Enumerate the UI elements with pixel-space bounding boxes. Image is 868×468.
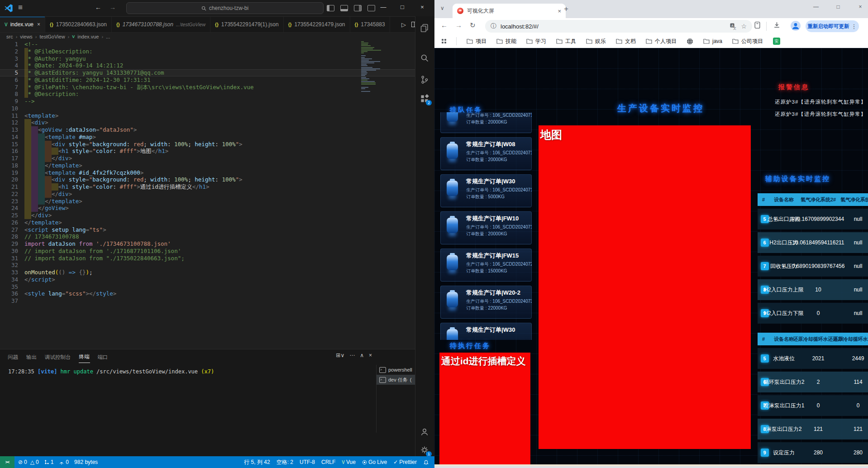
terminal-output[interactable]: 17:28:35 [vite] hmr update /src/views/te… xyxy=(8,368,214,375)
sb-go-live[interactable]: Go Live xyxy=(362,459,387,465)
bookmark-技能[interactable]: 技能 xyxy=(496,38,516,45)
minimap-line xyxy=(361,78,369,79)
bookmark-shield[interactable]: 安 xyxy=(773,38,780,45)
bookmarks-divider xyxy=(456,37,457,45)
new-tab-icon[interactable]: + xyxy=(564,5,568,14)
browser-menu-icon[interactable]: ⋮ xyxy=(851,23,857,30)
panel-tab[interactable]: 终端 xyxy=(79,350,90,363)
value-cell: null xyxy=(838,287,868,293)
panel-tab[interactable]: 输出 xyxy=(26,351,37,363)
sb-cursor-position[interactable]: 行 5, 列 42 xyxy=(244,458,270,466)
indent-guide xyxy=(38,162,42,169)
editor-tab[interactable]: Vindex.vue× xyxy=(0,17,45,32)
sb-eol[interactable]: CRLF xyxy=(321,459,335,465)
download-icon[interactable] xyxy=(773,21,781,29)
vscode-close-icon[interactable]: × xyxy=(415,4,429,10)
minimap[interactable] xyxy=(361,41,409,94)
editor-tab[interactable]: {}1735542291479(1).json xyxy=(210,17,284,32)
remote-indicator[interactable]: >< xyxy=(0,456,14,468)
panel-maximize-icon[interactable]: ∧ xyxy=(360,352,364,358)
problems-indicator[interactable]: ⊘0 △0 xyxy=(18,459,39,465)
sb-encoding[interactable]: UTF-8 xyxy=(300,459,315,465)
panel-close-icon[interactable]: × xyxy=(369,352,372,358)
profile-avatar[interactable] xyxy=(790,20,801,31)
panel-more-icon[interactable]: ⋯ xyxy=(349,352,355,358)
translate-icon[interactable]: A文 xyxy=(730,23,737,30)
editor-tab[interactable]: {}1735022840663.json xyxy=(45,17,112,32)
breadcrumb-item[interactable]: src xyxy=(6,34,13,39)
address-bar[interactable]: ⓘ localhost:82/#/ A文 ☆ xyxy=(485,20,752,33)
nav-forward-icon[interactable]: → xyxy=(110,4,116,11)
terminal-session[interactable]: >powershell xyxy=(377,365,415,375)
code-editor[interactable]: 1<!--2* @FileDescription:3* @Author: yan… xyxy=(0,40,415,349)
settings-gear-icon[interactable]: 1 xyxy=(420,445,429,454)
minimap-line xyxy=(361,51,367,52)
update-browser-button[interactable]: 重新启动即可更新 ⋮ xyxy=(806,20,859,32)
browser-maximize-icon[interactable]: □ xyxy=(831,4,845,10)
bookmark-项目[interactable]: 项目 xyxy=(467,38,486,45)
browser-forward-icon[interactable]: → xyxy=(455,21,462,29)
terminal-session[interactable]: >dev 任务( xyxy=(377,375,415,385)
bookmark-star-icon[interactable]: ☆ xyxy=(741,23,747,30)
bookmark-文档[interactable]: 文档 xyxy=(616,38,636,45)
browser-close-icon[interactable]: × xyxy=(854,4,867,10)
command-center-search[interactable]: chenzhou-tzw-bi xyxy=(126,2,324,14)
code-token: : xyxy=(127,176,134,183)
explorer-icon[interactable] xyxy=(420,24,429,33)
sb-label: 行 5, 列 42 xyxy=(244,458,270,466)
bookmark-个人项目[interactable]: 个人项目 xyxy=(646,38,677,45)
sb-language-mode[interactable]: VVue xyxy=(342,459,356,465)
vscode-minimize-icon[interactable]: — xyxy=(377,4,390,10)
account-icon[interactable] xyxy=(420,427,429,436)
bookmark-公司项目[interactable]: 公司项目 xyxy=(732,38,763,45)
panel-tab[interactable]: 调试控制台 xyxy=(44,351,72,363)
split-terminal-icon[interactable]: ⊞∨ xyxy=(336,352,344,358)
tab-close-icon[interactable]: × xyxy=(558,8,561,14)
indent-guide xyxy=(24,183,28,191)
tab-close-icon[interactable]: × xyxy=(37,21,40,28)
sb-prettier[interactable]: ✓Prettier xyxy=(393,459,417,465)
breadcrumb-item[interactable]: index.vue xyxy=(77,34,99,39)
run-button[interactable]: ▷ xyxy=(401,21,406,28)
toggle-panel-icon[interactable] xyxy=(340,5,348,11)
sb-indentation[interactable]: 空格: 2 xyxy=(277,458,293,466)
customize-layout-icon[interactable] xyxy=(367,5,375,11)
editor-tab[interactable]: {}1735542291479.json xyxy=(284,17,350,32)
sync-indicator[interactable]: 1 xyxy=(44,459,54,465)
panel-tab[interactable]: 问题 xyxy=(7,351,19,363)
panel-tab[interactable]: 端口 xyxy=(97,351,109,363)
extensions-icon[interactable]: 2 xyxy=(420,94,429,103)
browser-back-icon[interactable]: ← xyxy=(441,21,448,29)
breadcrumb-item[interactable]: views xyxy=(20,34,33,39)
alarm-list: 还原炉3#【进舟滚轮刹车气缸异常】还原炉3#【进舟滚轮刹车气缸异常】 xyxy=(775,99,866,123)
breadcrumb-item[interactable]: ... xyxy=(106,34,110,39)
bookmark-globe[interactable] xyxy=(687,38,693,45)
notifications-bell-icon[interactable] xyxy=(423,459,429,465)
breadcrumb-item[interactable]: testGoView xyxy=(40,34,65,39)
search-sidebar-icon[interactable] xyxy=(420,53,429,62)
nav-back-icon[interactable]: ← xyxy=(95,4,101,11)
tab-search-chevron-icon[interactable]: ∨ xyxy=(440,5,444,11)
bookmark-学习[interactable]: 学习 xyxy=(526,38,546,45)
browser-minimize-icon[interactable]: — xyxy=(809,4,823,10)
bookmark-工具[interactable]: 工具 xyxy=(556,38,576,45)
editor-tab[interactable]: {}17345883 xyxy=(350,17,390,32)
table-header-cell: 氢气净化系统2# xyxy=(798,196,838,203)
source-control-icon[interactable] xyxy=(420,75,429,84)
side-panel-icon[interactable] xyxy=(754,21,761,29)
browser-tab[interactable]: 可视化大屏 × xyxy=(453,4,566,18)
apps-grid-icon[interactable] xyxy=(442,39,446,43)
code-token: div xyxy=(35,119,45,126)
bookmark-java[interactable]: java xyxy=(703,38,722,44)
site-info-icon[interactable]: ⓘ xyxy=(491,22,496,30)
ports-indicator[interactable]: 0 xyxy=(59,459,69,465)
indent-guide xyxy=(42,134,45,141)
bookmark-娱乐[interactable]: 娱乐 xyxy=(586,38,606,45)
menu-icon[interactable]: ≡ xyxy=(18,3,23,12)
toggle-secondary-sidebar-icon[interactable] xyxy=(354,5,362,11)
browser-reload-icon[interactable]: ↻ xyxy=(470,21,476,29)
vscode-maximize-icon[interactable]: □ xyxy=(396,4,409,10)
editor-tab[interactable]: {}1734673100788.json...\testGoView xyxy=(112,17,210,32)
toggle-sidebar-icon[interactable] xyxy=(327,5,334,11)
code-token xyxy=(65,176,69,183)
